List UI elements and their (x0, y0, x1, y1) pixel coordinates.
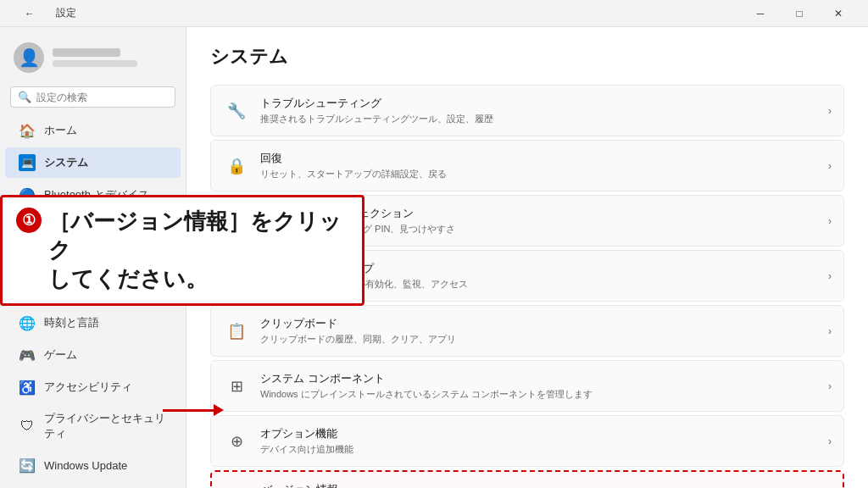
item-text: システム コンポーネント Windows にプレインストールされているシステム … (260, 371, 828, 401)
home-icon: 🏠 (19, 122, 36, 139)
annotation-header: ① ［バージョン情報］をクリックしてください。 (16, 208, 348, 293)
search-icon: 🔍 (18, 91, 31, 103)
search-box[interactable]: 🔍 (10, 86, 175, 108)
chevron-right-icon: › (828, 160, 832, 172)
user-profile[interactable]: 👤 (0, 34, 186, 83)
search-input[interactable] (36, 92, 168, 103)
item-title: バージョン情報 (261, 482, 827, 488)
app-title: 設定 (56, 6, 76, 20)
minimize-button[interactable]: ─ (741, 0, 780, 27)
arrow-line (163, 409, 214, 412)
sidebar-item-gaming[interactable]: 🎮 ゲーム (5, 340, 181, 370)
annotation-number: ① (16, 208, 42, 233)
chevron-right-icon: › (828, 105, 832, 117)
recovery-icon: 🔒 (223, 152, 250, 180)
annotation-overlay: ① ［バージョン情報］をクリックしてください。 (0, 195, 364, 306)
close-button[interactable]: ✕ (819, 0, 858, 27)
annotation-text: ［バージョン情報］をクリックしてください。 (48, 208, 348, 293)
sidebar-item-accessibility[interactable]: ♿ アクセシビリティ (5, 372, 181, 402)
item-title: クリップボード (260, 316, 828, 331)
item-title: システム コンポーネント (260, 371, 828, 386)
window-controls: ─ □ ✕ (741, 0, 858, 27)
item-title: 回復 (260, 151, 828, 166)
item-desc: 推奨されるトラブルシューティングツール、設定、履歴 (260, 113, 828, 125)
item-desc: Windows にプレインストールされているシステム コンポーネントを管理します (260, 388, 828, 401)
chevron-right-icon: › (828, 270, 832, 282)
titlebar-left: ← 設定 (10, 0, 76, 27)
sidebar-item-time[interactable]: 🌐 時刻と言語 (5, 308, 181, 338)
system-components-icon: ⊞ (223, 373, 250, 400)
chevron-right-icon: › (828, 380, 832, 392)
time-icon: 🌐 (19, 314, 36, 331)
user-info (53, 48, 137, 67)
item-text: バージョン情報 デバイス仕様、PC 名変更、Windows 仕様 (261, 482, 827, 488)
user-name (53, 48, 120, 57)
accessibility-icon: ♿ (19, 379, 36, 396)
back-button[interactable]: ← (10, 0, 49, 27)
settings-item-recovery[interactable]: 🔒 回復 リセット、スタートアップの詳細設定、戻る › (210, 140, 844, 191)
item-text: クリップボード クリップボードの履歴、同期、クリア、アプリ (260, 316, 828, 346)
item-title: トラブルシューティング (260, 96, 828, 111)
settings-item-troubleshoot[interactable]: 🔧 トラブルシューティング 推奨されるトラブルシューティングツール、設定、履歴 … (210, 85, 844, 136)
privacy-icon: 🛡 (19, 418, 36, 435)
settings-item-system-components[interactable]: ⊞ システム コンポーネント Windows にプレインストールされているシステ… (210, 360, 844, 412)
chevron-right-icon: › (828, 215, 832, 227)
arrow-head (214, 404, 224, 416)
clipboard-icon: 📋 (223, 318, 250, 345)
item-text: 回復 リセット、スタートアップの詳細設定、戻る (260, 151, 828, 180)
sidebar-item-system[interactable]: 💻 システム (5, 147, 181, 178)
avatar: 👤 (14, 42, 44, 73)
item-desc: デバイス向け追加機能 (260, 443, 828, 456)
user-email (53, 60, 137, 67)
sidebar-item-home[interactable]: 🏠 ホーム (5, 115, 181, 146)
settings-item-about[interactable]: ℹ バージョン情報 デバイス仕様、PC 名変更、Windows 仕様 › (210, 470, 844, 488)
item-title: オプション機能 (260, 426, 828, 441)
sidebar-item-privacy[interactable]: 🛡 プライバシーとセキュリティ (5, 404, 181, 448)
windows-update-icon: 🔄 (19, 457, 36, 474)
settings-item-clipboard[interactable]: 📋 クリップボード クリップボードの履歴、同期、クリア、アプリ › (210, 305, 844, 357)
item-desc: クリップボードの履歴、同期、クリア、アプリ (260, 333, 828, 346)
about-icon: ℹ (224, 484, 251, 489)
settings-item-optional-features[interactable]: ⊕ オプション機能 デバイス向け追加機能 › (210, 415, 844, 467)
gaming-icon: 🎮 (19, 347, 36, 363)
maximize-button[interactable]: □ (780, 0, 819, 27)
item-text: トラブルシューティング 推奨されるトラブルシューティングツール、設定、履歴 (260, 96, 828, 125)
chevron-right-icon: › (828, 325, 832, 337)
page-title: システム (210, 44, 844, 69)
item-desc: リセット、スタートアップの詳細設定、戻る (260, 168, 828, 180)
optional-features-icon: ⊕ (223, 428, 250, 455)
troubleshoot-icon: 🔧 (223, 97, 250, 125)
chevron-right-icon: › (828, 435, 832, 447)
system-icon: 💻 (19, 154, 36, 171)
titlebar: ← 設定 ─ □ ✕ (0, 0, 868, 27)
sidebar-item-windows-update[interactable]: 🔄 Windows Update (5, 450, 181, 480)
arrow-container (163, 404, 224, 416)
item-text: オプション機能 デバイス向け追加機能 (260, 426, 828, 456)
